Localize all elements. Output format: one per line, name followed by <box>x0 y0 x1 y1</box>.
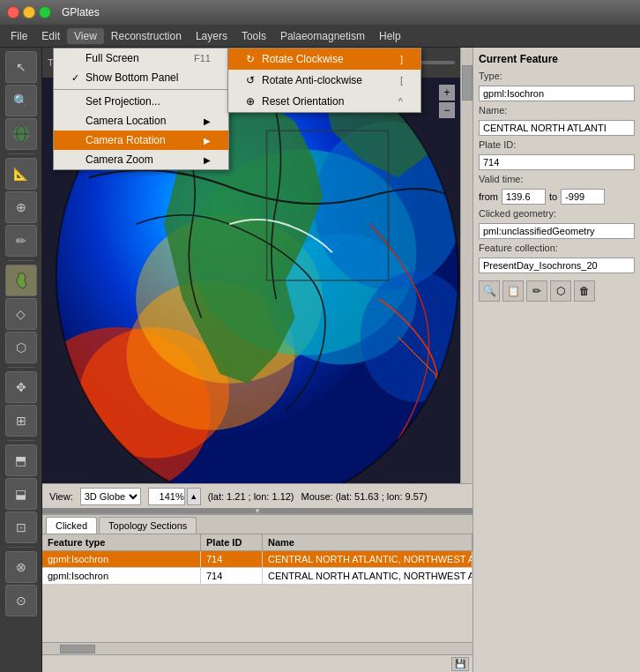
tab-topology-sections[interactable]: Topology Sections <box>99 517 197 534</box>
globe-visualization <box>42 78 473 483</box>
zoom-input[interactable] <box>148 488 185 505</box>
coords-display: (lat: 1.21 ; lon: 1.12) <box>208 491 294 502</box>
time-skip-back[interactable]: ⏮ <box>71 53 90 72</box>
plate-id-label: Plate ID: <box>479 139 635 150</box>
tool-bottom2[interactable]: ⊙ <box>5 585 37 616</box>
tool-africa[interactable] <box>5 265 37 296</box>
time-back[interactable]: ◀ <box>95 53 115 72</box>
row1-feature: gpml:Isochron <box>42 551 201 567</box>
time-label: Ti... <box>48 57 65 68</box>
feature-coll-label: Feature collection: <box>479 243 635 253</box>
panel-title: Current Feature <box>479 53 635 65</box>
time-slider-thumb[interactable] <box>300 58 309 67</box>
zoom-buttons: + − <box>439 85 455 118</box>
table-row[interactable]: gpml:Isochron 714 CENTRAL NORTH ATLANTIC… <box>42 551 473 568</box>
col-plate-id: Plate ID <box>201 534 263 550</box>
menubar: File Edit View Reconstruction Layers Too… <box>0 25 640 48</box>
row1-plate: 714 <box>201 551 263 567</box>
from-label: from <box>479 191 498 202</box>
app-title: GPlates <box>62 6 100 19</box>
menu-edit[interactable]: Edit <box>34 28 67 44</box>
tool-bottom1[interactable]: ⊗ <box>5 551 37 583</box>
name-label: Name: <box>479 105 635 116</box>
tool-pointer[interactable]: ↖ <box>5 51 37 83</box>
row1-name: CENTRAL NORTH ATLANTIC, NORTHWEST AFRICA… <box>263 551 473 567</box>
menu-help[interactable]: Help <box>372 28 408 44</box>
tool-move[interactable]: ✥ <box>5 371 37 403</box>
time-slider[interactable] <box>145 61 455 64</box>
menu-file[interactable]: File <box>4 28 34 44</box>
panel-edit-icon[interactable]: ✏ <box>526 280 547 302</box>
zoom-in-button[interactable]: + <box>439 85 455 101</box>
panel-action-icons: 🔍 📋 ✏ ⬡ 🗑 <box>479 280 635 302</box>
valid-time-label: Valid time: <box>479 174 635 184</box>
menu-layers[interactable]: Layers <box>189 28 234 44</box>
separator-2 <box>8 260 34 261</box>
row2-name: CENTRAL NORTH ATLANTIC, NORTHWEST AFRICA… <box>263 568 473 584</box>
zoom-control: ▲ <box>148 488 201 505</box>
view-select[interactable]: 3D Globe <box>80 488 141 505</box>
scroll-thumb[interactable] <box>462 65 473 101</box>
clicked-geom-value: pml:unclassifiedGeometry <box>479 223 635 239</box>
panel-copy-icon[interactable]: 📋 <box>502 280 524 302</box>
tool-topology[interactable]: ⬡ <box>5 332 37 363</box>
valid-time-row: from to <box>479 189 635 205</box>
horizontal-scrollbar[interactable] <box>42 642 473 654</box>
menu-reconstruction[interactable]: Reconstruction <box>104 28 189 44</box>
window-controls <box>7 6 51 19</box>
row2-plate: 714 <box>201 568 263 584</box>
bottom-tabs: Clicked Topology Sections <box>42 515 473 534</box>
name-value: CENTRAL NORTH ATLANTI <box>479 120 635 136</box>
menu-tools[interactable]: Tools <box>234 28 273 44</box>
panel-search-icon[interactable]: 🔍 <box>479 280 500 302</box>
to-label: to <box>549 191 557 202</box>
center-area: Ti... ⏮ ◀ ▶ <box>42 48 473 672</box>
tool-select[interactable]: ⊕ <box>5 191 37 223</box>
tool-globe[interactable] <box>5 118 37 150</box>
tool-small1[interactable]: ⬒ <box>5 444 37 476</box>
maximize-button[interactable] <box>39 6 51 19</box>
separator-3 <box>8 367 34 368</box>
tool-small3[interactable]: ⊡ <box>5 511 37 543</box>
tool-edit[interactable]: ✏ <box>5 225 37 257</box>
status-strip: 💾 <box>42 654 473 672</box>
status-bar: View: 3D Globe ▲ (lat: 1.21 ; lon: 1.12)… <box>42 483 473 508</box>
col-name: Name <box>263 534 473 550</box>
zoom-out-button[interactable]: − <box>439 102 455 118</box>
tool-small2[interactable]: ⬓ <box>5 478 37 510</box>
row2-feature: gpml:Isochron <box>42 568 201 584</box>
zoom-spinner-up[interactable]: ▲ <box>187 488 201 505</box>
tab-clicked[interactable]: Clicked <box>46 517 97 534</box>
time-controls: Ti... ⏮ ◀ ▶ <box>42 48 460 78</box>
tool-zoom[interactable]: 🔍 <box>5 85 37 116</box>
separator-5 <box>8 547 34 548</box>
main-area: ↖ 🔍 📐 ⊕ ✏ ◇ ⬡ ✥ ⊞ ⬒ ⬓ ⊡ ⊗ ⊙ <box>0 48 640 672</box>
close-button[interactable] <box>7 6 19 19</box>
menu-palaeomagnetism[interactable]: Palaeomagnetism <box>273 28 372 44</box>
mouse-coords: Mouse: (lat: 51.63 ; lon: 9.57) <box>301 491 428 502</box>
separator-4 <box>8 440 34 441</box>
globe-area[interactable]: Ti... ⏮ ◀ ▶ <box>42 48 473 483</box>
panel-delete-icon[interactable]: 🗑 <box>574 280 595 302</box>
minimize-button[interactable] <box>23 6 35 19</box>
plate-id-value: 714 <box>479 154 635 170</box>
col-feature-type: Feature type <box>42 534 201 550</box>
panel-topology-icon[interactable]: ⬡ <box>550 280 571 302</box>
table-row[interactable]: gpml:Isochron 714 CENTRAL NORTH ATLANTIC… <box>42 568 473 585</box>
left-toolbar: ↖ 🔍 📐 ⊕ ✏ ◇ ⬡ ✥ ⊞ ⬒ ⬓ ⊡ ⊗ ⊙ <box>0 48 42 672</box>
h-scroll-thumb[interactable] <box>60 645 95 653</box>
table-header: Feature type Plate ID Name <box>42 534 473 551</box>
time-forward[interactable]: ▶ <box>120 53 139 72</box>
from-value[interactable] <box>502 189 546 205</box>
globe-scrollbar[interactable] <box>460 48 473 483</box>
menu-view[interactable]: View <box>67 28 104 44</box>
status-save-icon[interactable]: 💾 <box>451 657 469 671</box>
separator-1 <box>8 153 34 154</box>
type-label: Type: <box>479 71 635 81</box>
tool-clone[interactable]: ⊞ <box>5 405 37 437</box>
titlebar: GPlates <box>0 0 640 25</box>
tool-vertex[interactable]: ◇ <box>5 298 37 330</box>
tool-measure[interactable]: 📐 <box>5 158 37 190</box>
to-value[interactable] <box>561 189 605 205</box>
right-panel: Current Feature Type: gpml:Isochron Name… <box>473 48 640 672</box>
